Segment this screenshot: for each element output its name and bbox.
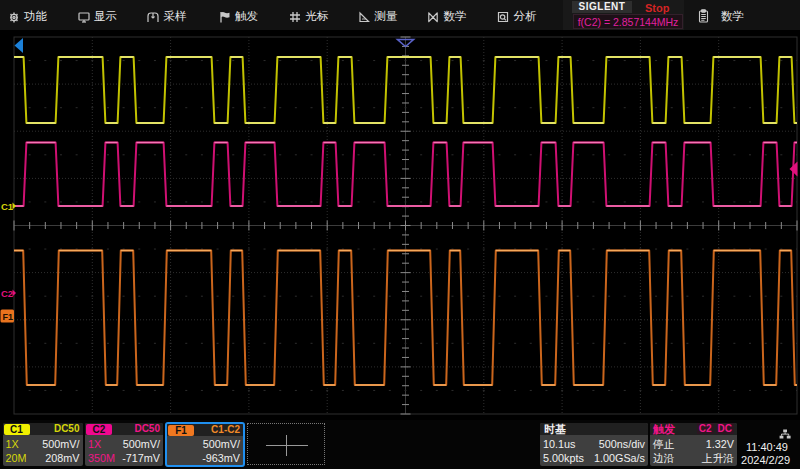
svg-text:F1: F1	[3, 312, 14, 322]
svg-text:C1: C1	[1, 201, 14, 212]
svg-text:C2: C2	[1, 288, 13, 299]
